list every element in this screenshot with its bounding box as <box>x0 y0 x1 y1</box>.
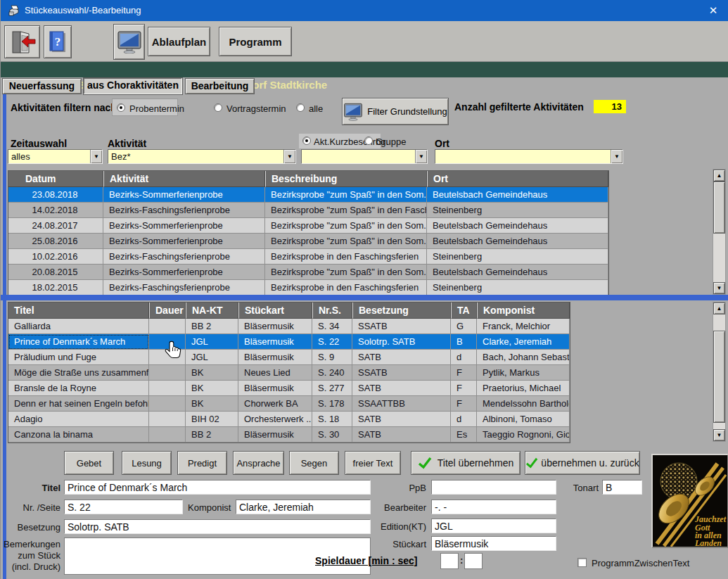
aktivitaet-dropdown[interactable]: Bez* ▼ <box>108 149 296 164</box>
radio-alle[interactable] <box>296 103 305 112</box>
filter-reset-button[interactable]: Filter Grundstellung <box>342 98 449 125</box>
column-header[interactable]: Datum <box>8 171 103 187</box>
ablaufplan-button[interactable]: Ablaufplan <box>148 27 210 56</box>
table-row[interactable]: 23.08.2018Bezirks-SommerferienprobeBezir… <box>8 187 608 203</box>
scroll-up-icon[interactable]: ▲ <box>713 170 725 182</box>
close-icon[interactable]: ✕ <box>698 0 728 21</box>
column-header[interactable]: Ort <box>427 171 608 187</box>
tab-bearbeitung[interactable]: Bearbeitung <box>185 78 255 94</box>
ppb-input[interactable] <box>431 480 556 495</box>
tab-label: Bearbeitung <box>191 80 249 91</box>
radio-vortragstermin-label: Vortragstermin <box>226 103 286 114</box>
programm-zwischentext-checkbox[interactable] <box>577 558 587 567</box>
titel-input[interactable] <box>64 480 371 495</box>
column-header[interactable]: Besetzung <box>352 303 451 319</box>
table-cell: 24.08.2017 <box>8 218 103 234</box>
poster-image: Jauchzet Gott in allen Landen <box>651 454 728 548</box>
predigt-button[interactable]: Predigt <box>177 451 227 475</box>
scroll-down-icon[interactable]: ▼ <box>713 282 725 294</box>
table-row[interactable]: AdagioBIH 02Orchesterwerk ...S. 18SATBdA… <box>8 412 570 427</box>
column-header[interactable]: Titel <box>8 303 149 319</box>
table-cell: Bezirksprobe "zum Spaß" in den Som... <box>265 187 427 203</box>
activities-scrollbar[interactable]: ▲ ▼ <box>713 169 726 295</box>
tab-aus-choraktivitaeten[interactable]: aus Choraktivitäten <box>83 77 183 95</box>
table-row[interactable]: 24.08.2017Bezirks-SommerferienprobeBezir… <box>8 218 608 234</box>
radio-gruppe[interactable] <box>364 136 373 145</box>
table-row[interactable]: 18.02.2015Bezirks-FaschingsferienprobeBe… <box>8 280 608 295</box>
chevron-down-icon[interactable]: ▼ <box>90 150 102 163</box>
column-header[interactable]: Dauer <box>149 303 186 319</box>
chevron-down-icon[interactable]: ▼ <box>611 150 622 163</box>
table-row[interactable]: Möge die Straße uns zusammenf...BKNeues … <box>8 365 570 381</box>
table-row[interactable]: Präludium und FugeJGLBläsermusikS. 9SATB… <box>8 350 570 365</box>
column-header[interactable]: Nr.S. <box>312 303 352 319</box>
ort-dropdown[interactable]: ▼ <box>435 149 623 164</box>
table-row[interactable]: 20.08.2015Bezirks-SommerferienprobeBezir… <box>8 265 608 280</box>
help-button[interactable]: ? <box>44 25 72 58</box>
column-header[interactable]: Aktivität <box>103 171 265 187</box>
programm-button[interactable]: Programm <box>219 27 292 56</box>
bearbeiter-input[interactable] <box>431 500 556 514</box>
freier-text-button[interactable]: freier Text <box>345 451 401 475</box>
table-row[interactable]: GalliardaBB 2BläsermusikS. 34SSATBGFranc… <box>8 319 570 334</box>
spieldauer-min-input[interactable] <box>440 553 459 569</box>
spieldauer-sec-input[interactable] <box>464 553 483 569</box>
scroll-up-icon[interactable]: ▲ <box>713 303 725 314</box>
table-cell: S. 30 <box>312 427 352 443</box>
zeitauswahl-dropdown[interactable]: alles ▼ <box>8 149 103 164</box>
table-cell: Galliarda <box>8 319 149 334</box>
bemerkungen-label: zum Stück <box>1 550 60 561</box>
button-label: übernehmen u. zurück <box>541 457 639 469</box>
spieldauer-colon: : <box>460 555 463 566</box>
column-header[interactable]: Komponist <box>477 303 570 319</box>
tonart-input[interactable] <box>602 480 642 495</box>
table-cell: Praetorius, Michael <box>477 381 570 396</box>
chevron-down-icon[interactable]: ▼ <box>415 150 427 163</box>
table-cell: Albinoni, Tomaso <box>477 412 570 427</box>
gebet-button[interactable]: Gebet <box>64 451 114 475</box>
column-header[interactable]: NA-KT <box>186 303 238 319</box>
table-cell: Bläsermusik <box>238 350 312 365</box>
radio-probentermin[interactable] <box>117 103 125 112</box>
pieces-scrollbar[interactable]: ▲ ▼ <box>713 302 726 442</box>
radio-vortragstermin[interactable] <box>214 103 222 112</box>
column-header[interactable]: Beschreibung <box>265 171 427 187</box>
table-cell <box>149 319 186 334</box>
count-label: Anzahl gefilterte Aktivitäten <box>454 101 584 113</box>
uebernehmen-zurueck-button[interactable]: übernehmen u. zurück <box>525 451 640 475</box>
button-label: Titel übernehmen <box>438 457 513 469</box>
column-header[interactable]: Stückart <box>238 303 312 319</box>
titel-uebernehmen-button[interactable]: Titel übernehmen <box>411 451 521 475</box>
kurzbeschrbg-dropdown[interactable]: ▼ <box>301 149 428 164</box>
table-row[interactable]: Bransle de la RoyneBKBläsermusikS. 277SA… <box>8 381 570 396</box>
table-cell: Bransle de la Royne <box>8 381 149 396</box>
table-row[interactable]: Canzona la binamaBB 2BläsermusikS. 30SAT… <box>8 427 570 443</box>
lesung-button[interactable]: Lesung <box>122 451 172 475</box>
table-row[interactable]: Denn er hat seinen Engeln befohl...BKCho… <box>8 396 570 412</box>
column-header[interactable]: TA <box>451 303 477 319</box>
edition-input[interactable] <box>431 518 556 533</box>
table-cell: Bläsermusik <box>238 319 312 334</box>
radio-akt-kurzbeschrbg[interactable] <box>302 136 311 145</box>
nr-seite-input[interactable] <box>64 500 183 514</box>
table-cell: Adagio <box>8 412 149 427</box>
table-row[interactable]: Prince of Denmark´s MarchJGLBläsermusikS… <box>8 334 570 350</box>
table-row[interactable]: 10.02.2016Bezirks-FaschingsferienprobeBe… <box>8 249 608 265</box>
table-row[interactable]: 14.02.2018Bezirks-FaschingsferienprobeBe… <box>8 203 608 218</box>
scroll-down-icon[interactable]: ▼ <box>713 429 725 441</box>
screen-button[interactable] <box>113 24 145 60</box>
tab-neuerfassung[interactable]: Neuerfassung <box>2 78 82 94</box>
stueckart-input[interactable] <box>431 536 556 551</box>
chevron-down-icon[interactable]: ▼ <box>283 150 295 163</box>
table-cell: Bezirksprobe "zum Spaß" in den Som... <box>265 234 427 249</box>
table-cell: SATB <box>352 412 451 427</box>
table-cell: Bezirksprobe "zum Spaß" in den Som... <box>265 265 427 280</box>
scrollbar-thumb[interactable] <box>713 182 725 234</box>
ansprache-button[interactable]: Ansprache <box>233 451 284 475</box>
besetzung-input[interactable] <box>64 519 371 534</box>
komponist-input[interactable] <box>236 500 371 514</box>
table-row[interactable]: 25.08.2016Bezirks-SommerferienprobeBezir… <box>8 234 608 249</box>
exit-button[interactable] <box>4 25 40 58</box>
scrollbar-thumb[interactable] <box>713 331 725 423</box>
segen-button[interactable]: Segen <box>289 451 339 475</box>
